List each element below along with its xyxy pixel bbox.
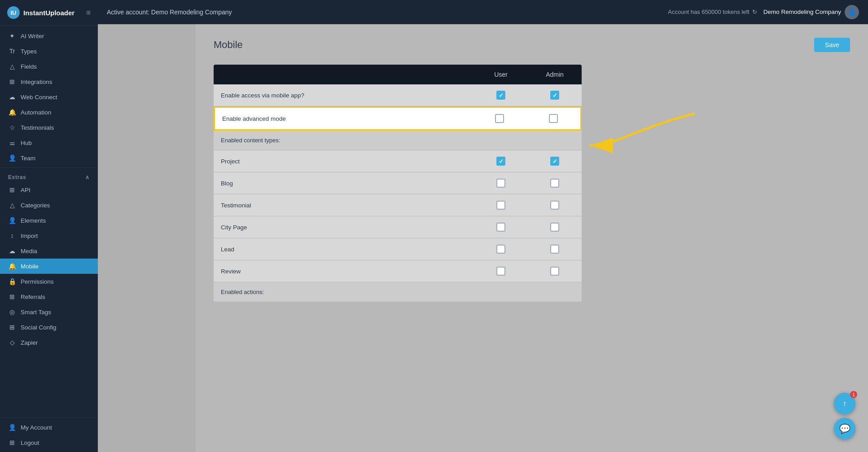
admin-checkbox-cell[interactable] — [528, 216, 582, 238]
user-checkbox-blog[interactable] — [496, 179, 505, 188]
api-icon: ⊞ — [8, 186, 16, 193]
page-title-row: Mobile Save — [214, 38, 850, 52]
table-row-highlighted: Enable advanced mode — [214, 106, 582, 131]
scroll-top-button[interactable]: ↑ 1 — [834, 393, 855, 414]
user-checkbox-testimonial[interactable] — [496, 201, 505, 210]
sidebar-item-mobile[interactable]: 🔔 Mobile — [0, 259, 98, 274]
sidebar-item-label: My Account — [21, 424, 52, 431]
sidebar-item-label: Media — [21, 248, 37, 255]
elements-icon: 👤 — [8, 217, 16, 224]
user-checkbox-cell[interactable] — [474, 194, 528, 216]
sidebar-item-categories[interactable]: △ Categories — [0, 197, 98, 213]
logout-icon: ⊞ — [8, 439, 16, 446]
page-title: Mobile — [214, 39, 243, 51]
sidebar-item-social-config[interactable]: ⊞ Social Config — [0, 320, 98, 335]
sidebar-item-testimonials[interactable]: ☆ Testimonials — [0, 120, 98, 135]
sidebar-item-label: Web Connect — [21, 94, 57, 101]
admin-checkbox-advanced-mode[interactable] — [549, 114, 558, 123]
sidebar-item-ai-writer[interactable]: ✦ AI Writer — [0, 28, 98, 44]
sidebar-item-label: Referrals — [21, 294, 45, 300]
sidebar-item-integrations[interactable]: ⊞ Integrations — [0, 74, 98, 89]
user-checkbox-city-page[interactable] — [496, 223, 505, 232]
sidebar-item-api[interactable]: ⊞ API — [0, 182, 98, 197]
sidebar-item-permissions[interactable]: 🔒 Permissions — [0, 274, 98, 289]
admin-checkbox-project[interactable] — [550, 157, 559, 166]
admin-checkbox-cell[interactable] — [528, 172, 582, 194]
sidebar-item-my-account[interactable]: 👤 My Account — [0, 420, 98, 435]
sidebar-item-fields[interactable]: △ Fields — [0, 59, 98, 74]
admin-checkbox-testimonial[interactable] — [550, 201, 559, 210]
sidebar-item-zapier[interactable]: ◇ Zapier — [0, 335, 98, 350]
sidebar-item-logout[interactable]: ⊞ Logout — [0, 435, 98, 450]
refresh-icon[interactable]: ↻ — [752, 9, 757, 15]
user-checkbox-cell[interactable] — [474, 150, 528, 172]
user-checkbox-cell[interactable] — [474, 172, 528, 194]
user-checkbox-cell[interactable] — [473, 108, 526, 129]
sidebar-item-label: Logout — [21, 439, 39, 446]
user-checkbox-cell[interactable] — [474, 260, 528, 282]
annotation-arrow — [582, 110, 716, 163]
sidebar-item-label: Categories — [21, 202, 50, 209]
referrals-icon: ⊞ — [8, 293, 16, 300]
admin-checkbox-lead[interactable] — [550, 245, 559, 254]
app-name: InstantUploader — [23, 9, 75, 17]
user-checkbox-lead[interactable] — [496, 245, 505, 254]
user-checkbox-project[interactable] — [496, 157, 505, 166]
sidebar-item-label: Automation — [21, 109, 51, 116]
user-checkbox-review[interactable] — [496, 267, 505, 276]
ai-writer-icon: ✦ — [8, 32, 16, 39]
integrations-icon: ⊞ — [8, 78, 16, 85]
admin-checkbox-cell[interactable] — [528, 238, 582, 260]
empty-cell — [474, 134, 528, 147]
admin-checkbox-cell[interactable] — [528, 150, 582, 172]
sidebar-item-smart-tags[interactable]: ◎ Smart Tags — [0, 304, 98, 320]
table-header: User Admin — [214, 65, 582, 84]
row-label: Enable advanced mode — [215, 109, 473, 128]
sidebar-bottom: 👤 My Account ⊞ Logout — [0, 417, 98, 452]
sidebar-item-hub[interactable]: ⚌ Hub — [0, 135, 98, 150]
empty-cell — [528, 134, 582, 147]
admin-checkbox-cell[interactable] — [526, 108, 580, 129]
smart-tags-icon: ◎ — [8, 308, 16, 316]
empty-cell — [528, 286, 582, 298]
sidebar-item-label: Testimonials — [21, 124, 54, 131]
pin-icon[interactable]: ⊞ — [86, 9, 91, 16]
admin-checkbox-cell[interactable] — [528, 84, 582, 106]
sidebar-item-import[interactable]: ↕ Import — [0, 228, 98, 243]
main-content: Mobile Save User Admin Enable access via… — [196, 24, 868, 452]
sidebar-item-media[interactable]: ☁ Media — [0, 243, 98, 259]
team-icon: 👤 — [8, 154, 16, 162]
sidebar: IU InstantUploader ⊞ ✦ AI Writer Tr Type… — [0, 0, 98, 452]
fields-icon: △ — [8, 63, 16, 70]
sidebar-item-label: API — [21, 187, 31, 193]
admin-checkbox-review[interactable] — [550, 267, 559, 276]
user-checkbox-enable-access[interactable] — [496, 91, 505, 100]
sidebar-item-label: AI Writer — [21, 33, 44, 39]
sidebar-item-referrals[interactable]: ⊞ Referrals — [0, 289, 98, 304]
admin-checkbox-city-page[interactable] — [550, 223, 559, 232]
sidebar-logo[interactable]: IU InstantUploader ⊞ — [0, 0, 98, 26]
row-label: Lead — [214, 240, 474, 259]
sidebar-item-types[interactable]: Tr Types — [0, 44, 98, 59]
my-account-icon: 👤 — [8, 424, 16, 431]
user-checkbox-cell[interactable] — [474, 238, 528, 260]
sidebar-item-elements[interactable]: 👤 Elements — [0, 213, 98, 228]
social-config-icon: ⊞ — [8, 324, 16, 331]
sidebar-item-team[interactable]: 👤 Team — [0, 150, 98, 166]
extras-section-header[interactable]: Extras ∧ — [0, 170, 98, 182]
save-button[interactable]: Save — [814, 38, 850, 52]
table-row: Enable access via mobile app? — [214, 84, 582, 106]
section-label: Enabled actions: — [214, 282, 474, 302]
sidebar-item-automation[interactable]: 🔔 Automation — [0, 105, 98, 120]
admin-checkbox-blog[interactable] — [550, 179, 559, 188]
user-checkbox-advanced-mode[interactable] — [495, 114, 504, 123]
user-checkbox-cell[interactable] — [474, 216, 528, 238]
sidebar-item-web-connect[interactable]: ☁ Web Connect — [0, 89, 98, 105]
admin-checkbox-enable-access[interactable] — [550, 91, 559, 100]
table-row: Blog — [214, 172, 582, 194]
admin-checkbox-cell[interactable] — [528, 260, 582, 282]
chat-button[interactable]: 💬 — [834, 418, 855, 439]
row-label: City Page — [214, 218, 474, 237]
user-checkbox-cell[interactable] — [474, 84, 528, 106]
admin-checkbox-cell[interactable] — [528, 194, 582, 216]
